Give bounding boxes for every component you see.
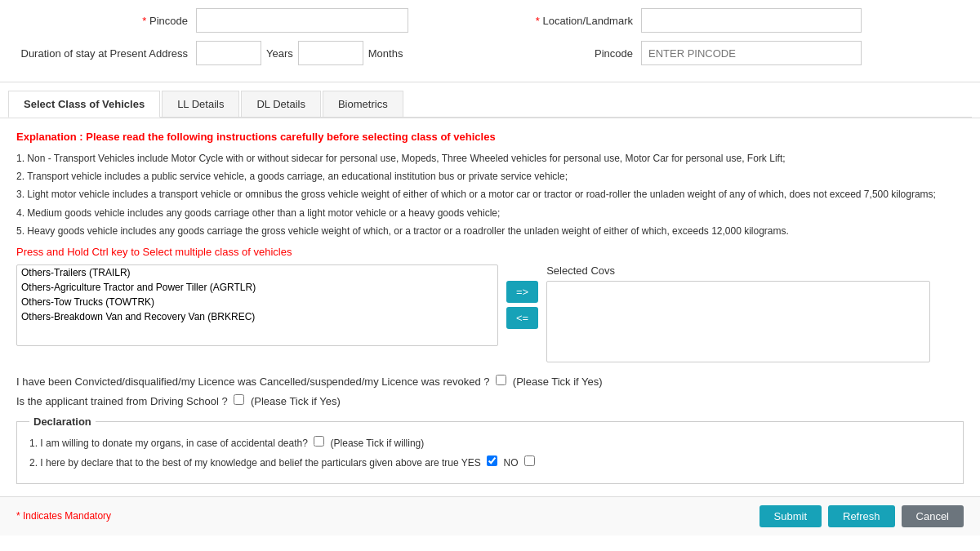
tab-dl-details[interactable]: DL Details <box>241 91 320 117</box>
vehicle-option-4[interactable]: Others-Breakdown Van and Recovery Van (B… <box>17 309 497 324</box>
declaration-item-1: 1. I am willing to donate my organs, in … <box>29 436 951 449</box>
pincode2-input[interactable] <box>641 41 862 65</box>
arrow-buttons: => <= <box>506 264 538 346</box>
declaration-hint-1: (Please Tick if willing) <box>331 438 425 449</box>
vehicle-list[interactable]: Others-Trailers (TRAILR) Others-Agricult… <box>16 264 498 346</box>
duration-inputs: 3 Years 4 Months <box>196 41 403 65</box>
selected-covs-label: Selected Covs <box>546 264 615 277</box>
selected-covs-section: Selected Covs <box>546 264 930 362</box>
left-fields: * Pincode 411060 Duration of stay at Pre… <box>16 8 486 73</box>
instructions: 1. Non - Transport Vehicles include Moto… <box>16 151 964 239</box>
location-input[interactable]: ERNAD,MALAPPURAM,KL <box>641 8 862 33</box>
pincode-input[interactable]: 411060 <box>196 8 408 33</box>
selected-covs-list[interactable] <box>546 281 930 362</box>
move-left-button[interactable]: <= <box>506 307 538 329</box>
refresh-button[interactable]: Refresh <box>828 505 895 527</box>
instruction-4: 4. Medium goods vehicle includes any goo… <box>16 206 964 221</box>
vehicle-option-3[interactable]: Others-Tow Trucks (TOWTRK) <box>17 295 497 309</box>
instruction-5: 5. Heavy goods vehicle includes any good… <box>16 224 964 239</box>
explanation-title: Explanation : Please read the following … <box>16 131 964 143</box>
location-label: * Location/Landmark <box>510 15 641 27</box>
driving-school-row: Is the applicant trained from Driving Sc… <box>16 394 964 407</box>
years-label: Years <box>266 47 293 60</box>
declaration-fieldset: Declaration 1. I am willing to donate my… <box>16 415 964 484</box>
declaration-legend: Declaration <box>29 415 96 428</box>
declaration-text-1: 1. I am willing to donate my organs, in … <box>29 438 308 449</box>
top-grid: * Pincode 411060 Duration of stay at Pre… <box>16 8 964 73</box>
tabs-section: Select Class of Vehicles LL Details DL D… <box>0 82 980 118</box>
pincode2-label: Pincode <box>510 47 641 60</box>
declaration-no-checkbox[interactable] <box>524 455 535 466</box>
months-input[interactable]: 4 <box>298 41 363 65</box>
main-content: Explanation : Please read the following … <box>0 118 980 496</box>
instruction-1: 1. Non - Transport Vehicles include Moto… <box>16 151 964 167</box>
years-input[interactable]: 3 <box>196 41 261 65</box>
top-section: * Pincode 411060 Duration of stay at Pre… <box>0 0 980 82</box>
convicted-row: I have been Convicted/disqualified/my Li… <box>16 375 964 388</box>
pincode-row: * Pincode 411060 <box>16 8 486 33</box>
driving-school-label: Is the applicant trained from Driving Sc… <box>16 395 228 407</box>
driving-school-hint: (Please Tick if Yes) <box>251 395 341 407</box>
convicted-label: I have been Convicted/disqualified/my Li… <box>16 375 490 388</box>
tab-biometrics[interactable]: Biometrics <box>323 91 403 117</box>
declaration-text-2: 2. I here by declare that to the best of… <box>29 457 481 469</box>
convicted-hint: (Please Tick if Yes) <box>513 375 603 388</box>
vehicle-option-1[interactable]: Others-Trailers (TRAILR) <box>17 265 497 280</box>
duration-label: Duration of stay at Present Address <box>16 47 196 60</box>
footer-buttons: Submit Refresh Cancel <box>760 505 964 527</box>
cancel-button[interactable]: Cancel <box>902 505 964 527</box>
pincode-label: * Pincode <box>16 15 196 27</box>
declaration-checkbox-1[interactable] <box>314 436 324 447</box>
declaration-no-label: NO <box>503 457 518 469</box>
months-label: Months <box>368 47 403 60</box>
vehicle-selection-area: Others-Trailers (TRAILR) Others-Agricult… <box>16 264 964 362</box>
pincode2-row: Pincode <box>510 41 964 65</box>
tab-ll-details[interactable]: LL Details <box>162 91 239 117</box>
submit-button[interactable]: Submit <box>760 505 822 527</box>
instruction-3: 3. Light motor vehicle includes a transp… <box>16 187 964 202</box>
declaration-item-2: 2. I here by declare that to the best of… <box>29 455 951 469</box>
location-row: * Location/Landmark ERNAD,MALAPPURAM,KL <box>510 8 964 33</box>
duration-row: Duration of stay at Present Address 3 Ye… <box>16 41 486 65</box>
mandatory-note: * Indicates Mandatory <box>16 510 111 522</box>
declaration-yes-checkbox[interactable] <box>487 455 497 466</box>
tabs: Select Class of Vehicles LL Details DL D… <box>8 91 972 118</box>
footer: * Indicates Mandatory Submit Refresh Can… <box>0 496 980 535</box>
move-right-button[interactable]: => <box>506 281 538 303</box>
driving-school-checkbox[interactable] <box>234 394 244 405</box>
right-fields: * Location/Landmark ERNAD,MALAPPURAM,KL … <box>494 8 964 73</box>
vehicle-option-2[interactable]: Others-Agriculture Tractor and Power Til… <box>17 280 497 295</box>
instruction-2: 2. Transport vehicle includes a public s… <box>16 169 964 184</box>
convicted-checkbox[interactable] <box>496 375 506 385</box>
tab-select-class[interactable]: Select Class of Vehicles <box>8 91 160 118</box>
ctrl-hint: Press and Hold Ctrl key to Select multip… <box>16 246 964 258</box>
